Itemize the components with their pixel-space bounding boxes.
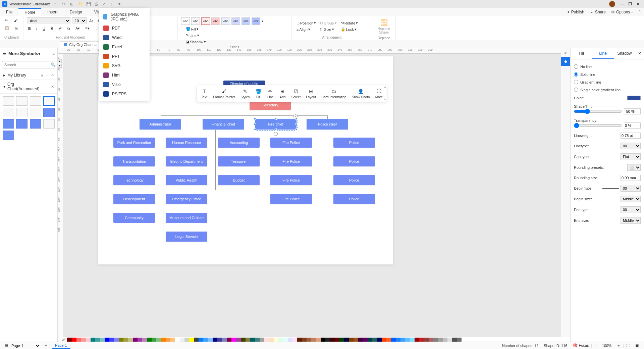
palette-swatch[interactable] <box>72 338 76 342</box>
export-word[interactable]: Word <box>99 33 150 42</box>
ctx-text-button[interactable]: TText <box>198 87 210 100</box>
shade-value-input[interactable] <box>624 108 641 114</box>
prop-tab-shadow[interactable]: Shadow <box>614 48 635 59</box>
template-10[interactable] <box>16 119 28 129</box>
ctx-expand-icon[interactable]: ↗ <box>384 86 386 89</box>
template-4[interactable] <box>43 96 55 106</box>
palette-swatch[interactable] <box>260 338 264 342</box>
line-opt-solid[interactable]: Solid line <box>574 70 641 78</box>
org-node-fire-chief[interactable]: Fire chief <box>255 119 297 130</box>
template-5[interactable] <box>3 108 14 117</box>
palette-swatch[interactable] <box>133 338 138 342</box>
palette-swatch[interactable] <box>339 338 344 342</box>
scroll-down-button[interactable]: ▾ <box>58 64 62 68</box>
ctx-fill-button[interactable]: 🪣Fill <box>252 87 264 100</box>
palette-swatch[interactable] <box>156 338 161 342</box>
expand-handle-icon[interactable]: ⤢ <box>293 114 298 118</box>
export-ppt[interactable]: PPT <box>99 52 150 61</box>
palette-swatch[interactable] <box>292 338 297 342</box>
palette-swatch[interactable] <box>438 338 443 342</box>
palette-swatch[interactable] <box>227 338 231 342</box>
palette-swatch[interactable] <box>255 338 260 342</box>
template-8[interactable] <box>43 108 55 117</box>
palette-swatch[interactable] <box>166 338 170 342</box>
style-preset-7[interactable]: Abc <box>241 17 250 25</box>
palette-swatch[interactable] <box>278 338 283 342</box>
org-node[interactable]: Electric Department <box>166 156 207 166</box>
palette-swatch[interactable] <box>109 338 114 342</box>
palette-swatch[interactable] <box>429 338 433 342</box>
org-node[interactable]: Fire Police <box>270 194 312 204</box>
palette-swatch[interactable] <box>396 338 400 342</box>
collapse-handle-icon[interactable]: ⌃ <box>274 132 278 136</box>
prop-tab-fill[interactable]: Fill <box>571 48 592 59</box>
ctx-select-button[interactable]: ☑Select <box>288 87 303 100</box>
fullscreen-button[interactable]: ▣ <box>633 343 641 348</box>
palette-swatch[interactable] <box>354 338 358 342</box>
palette-swatch[interactable] <box>105 338 109 342</box>
replace-shape-button[interactable]: 🔁 Replace Shape <box>376 17 392 36</box>
page-dropdown[interactable]: Page-1 <box>10 343 40 348</box>
palette-swatch[interactable] <box>246 338 250 342</box>
palette-swatch[interactable] <box>142 338 147 342</box>
print-icon[interactable]: 🖨 <box>94 2 99 6</box>
lib-close-icon-2[interactable]: ✕ <box>51 85 54 89</box>
template-9[interactable] <box>3 119 14 129</box>
palette-swatch[interactable] <box>123 338 128 342</box>
maximize-button[interactable]: ❐ <box>626 2 634 6</box>
org-node[interactable]: Community <box>113 213 155 223</box>
format-painter-button[interactable]: 🖌 <box>12 17 19 23</box>
org-node-admin[interactable]: Administrator <box>140 119 181 130</box>
palette-swatch[interactable] <box>189 338 194 342</box>
palette-swatch[interactable] <box>358 338 363 342</box>
prop-tab-line[interactable]: Line <box>592 48 613 59</box>
rotate-button[interactable]: ⟲Rotate▾ <box>339 20 359 26</box>
org-node[interactable]: Fire Police <box>270 138 312 148</box>
rounding-size-input[interactable] <box>621 175 641 181</box>
export-pseps[interactable]: PS/EPS <box>99 89 150 99</box>
paste-button[interactable]: 📋 <box>3 25 11 31</box>
org-node[interactable]: Police <box>333 175 375 185</box>
template-3[interactable] <box>30 96 41 106</box>
collapse-sidebar-button[interactable]: « <box>52 51 55 56</box>
align-button[interactable]: ≡Align▾ <box>295 27 317 32</box>
new-icon[interactable]: ⊞ <box>70 2 75 6</box>
ctx-show-photo-button[interactable]: 👤Show Photo <box>349 87 373 100</box>
palette-swatch[interactable] <box>184 338 189 342</box>
org-node[interactable]: Fire Police <box>270 156 312 166</box>
org-node-financial[interactable]: Financial chief <box>203 119 244 130</box>
org-node[interactable]: Fire Police <box>270 175 312 185</box>
palette-swatch[interactable] <box>415 338 419 342</box>
palette-swatch[interactable] <box>222 338 227 342</box>
line-opt-none[interactable]: No line <box>574 63 641 70</box>
palette-swatch[interactable] <box>152 338 156 342</box>
palette-swatch[interactable] <box>316 338 321 342</box>
transparency-slider[interactable] <box>574 123 622 128</box>
lock-button[interactable]: 🔒Lock▾ <box>339 27 359 32</box>
export-visio[interactable]: Visio <box>99 80 150 89</box>
palette-swatch[interactable] <box>217 338 222 342</box>
palette-swatch[interactable] <box>95 338 100 342</box>
styles-more-button[interactable]: ▾ <box>262 19 263 23</box>
palette-swatch[interactable] <box>400 338 405 342</box>
import-icon[interactable]: ↓ <box>110 2 115 6</box>
menu-home[interactable]: Home <box>18 8 41 16</box>
export-svg[interactable]: SVG <box>99 61 150 70</box>
palette-swatch[interactable] <box>194 338 199 342</box>
org-node-police-chief[interactable]: Police chief <box>307 119 348 130</box>
options-button[interactable]: ⚙Options● <box>608 10 635 14</box>
palette-swatch[interactable] <box>307 338 311 342</box>
style-preset-6[interactable]: Abc <box>231 17 240 25</box>
lib-add-icon[interactable]: ＋ <box>45 72 49 78</box>
line-spacing-button[interactable]: ≡▾ <box>84 26 91 31</box>
share-button[interactable]: ⫘Share <box>587 10 608 14</box>
palette-swatch[interactable] <box>349 338 354 342</box>
menu-file[interactable]: File <box>0 8 18 16</box>
palette-swatch[interactable] <box>297 338 302 342</box>
style-preset-5[interactable]: Abc <box>221 17 230 25</box>
symbol-search[interactable]: 🔍 <box>2 61 55 68</box>
palette-swatch[interactable] <box>433 338 438 342</box>
zoom-out-button[interactable]: − <box>591 344 599 348</box>
palette-swatch[interactable] <box>91 338 95 342</box>
zoom-level[interactable]: 100% <box>599 344 614 348</box>
